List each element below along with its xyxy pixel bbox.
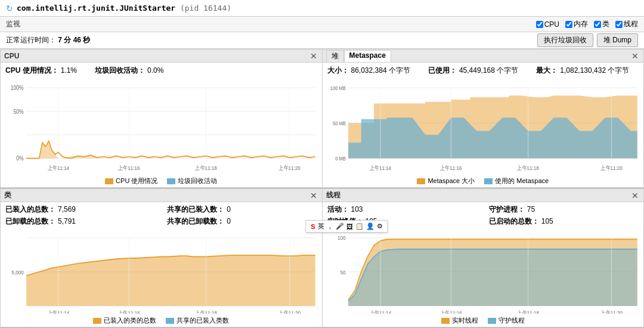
heap-tabs: 堆 Metaspace — [326, 50, 391, 62]
monitor-label: 监视 — [6, 19, 20, 29]
classes-legend-shared: 共享的已装入类数 — [166, 316, 229, 325]
shared-loaded-color — [166, 318, 174, 324]
heap-stats: 大小： 86,032,384 个字节 已使用： 45,449,168 个字节 最… — [323, 63, 644, 79]
title-bar: ↻ com.intellij.rt.junit.JUnitStarter (pi… — [0, 0, 644, 17]
threads-panel-title: 线程 — [326, 190, 340, 200]
loaded-total-stat: 已装入的总数： 7,569 — [5, 204, 155, 215]
daemon-threads-stat: 守护进程： 75 — [489, 204, 639, 215]
ime-tooltip: S 英 ， 🎤 🖼 📋 👤 ⚙ — [305, 220, 388, 233]
shared-unloaded-stat: 共享的已卸载数： 0 — [167, 216, 317, 227]
svg-text:上午11:14: 上午11:14 — [369, 165, 391, 172]
ime-settings[interactable]: ⚙ — [377, 222, 383, 230]
checkbox-threads[interactable]: 线程 — [615, 19, 638, 29]
threads-close-button[interactable]: ✕ — [630, 191, 640, 200]
heap-legend-used: 使用的 Metaspace — [484, 177, 549, 185]
bottom-row: 类 ✕ 已装入的总数： 7,569 共享的已装入数： 0 已卸载的总数： 5,7… — [0, 188, 644, 328]
shared-loaded-stat: 共享的已装入数： 0 — [167, 204, 317, 215]
metaspace-size-color — [417, 178, 425, 184]
svg-marker-52 — [348, 249, 637, 306]
svg-text:50: 50 — [340, 269, 345, 276]
threads-chart: 100 50 上午11:14 上午11:16 上午11:18 上午11:20 — [323, 229, 644, 315]
cpu-panel-title: CPU — [4, 52, 19, 60]
cpu-panel: CPU ✕ CPU 使用情况： 1.1% 垃圾回收活动： 0.0% — [0, 49, 323, 188]
heap-panel-header: 堆 Metaspace ✕ — [323, 49, 644, 63]
refresh-icon[interactable]: ↻ — [6, 4, 13, 13]
uptime-display: 正常运行时间： 7 分 46 秒 — [6, 35, 90, 45]
svg-text:100%: 100% — [11, 84, 24, 91]
checkbox-classes[interactable]: 类 — [594, 19, 609, 29]
live-threads-color — [441, 318, 450, 324]
gc-activity-stat: 垃圾回收活动： 0.0% — [95, 65, 163, 76]
checkbox-memory[interactable]: 内存 — [565, 19, 588, 29]
threads-panel: 线程 ✕ 活动： 103 守护进程： 75 实时峰值： 105 已启动的总数： — [323, 188, 645, 327]
heap-max-stat: 最大： 1,082,130,432 个字节 — [536, 65, 629, 76]
svg-text:上午11:16: 上午11:16 — [440, 165, 462, 172]
cpu-stats: CPU 使用情况： 1.1% 垃圾回收活动： 0.0% — [1, 63, 322, 79]
svg-text:上午11:18: 上午11:18 — [517, 165, 538, 172]
svg-text:上午11:14: 上午11:14 — [48, 310, 70, 314]
cpu-legend: CPU 使用情况 垃圾回收活动 — [1, 175, 322, 187]
svg-text:上午11:16: 上午11:16 — [118, 165, 140, 172]
svg-text:上午11:18: 上午11:18 — [195, 165, 216, 172]
heap-chart-svg: 100 MB 50 MB 0 MB 上午11:14 上午11:16 上午11:1… — [323, 80, 644, 174]
svg-text:0 MB: 0 MB — [335, 156, 346, 162]
action-buttons: 执行垃圾回收 堆 Dump — [537, 33, 638, 47]
svg-text:上午11:16: 上午11:16 — [118, 310, 140, 314]
heap-close-button[interactable]: ✕ — [630, 52, 640, 60]
ime-logo: S — [311, 223, 315, 230]
ime-mic[interactable]: 🎤 — [336, 222, 344, 230]
ime-lang[interactable]: 英 — [318, 222, 324, 231]
ime-user[interactable]: 👤 — [366, 222, 374, 230]
threads-legend-daemon: 守护线程 — [488, 316, 525, 325]
cpu-chart-svg: 100% 50% 0% 上午11:14 上午11:16 上午11:18 上午11… — [1, 80, 322, 174]
process-name: com.intellij.rt.junit.JUnitStarter — [17, 4, 175, 13]
svg-text:上午11:20: 上午11:20 — [600, 165, 622, 172]
process-pid: (pid 16144) — [180, 4, 231, 13]
cpu-close-button[interactable]: ✕ — [309, 52, 318, 60]
classes-chart-svg: 5,000 上午11:14 上午11:16 上午11:18 上午11:20 — [1, 230, 322, 314]
classes-panel: 类 ✕ 已装入的总数： 7,569 共享的已装入数： 0 已卸载的总数： 5,7… — [0, 188, 323, 327]
svg-text:50 MB: 50 MB — [333, 120, 346, 127]
threads-chart-svg: 100 50 上午11:14 上午11:16 上午11:18 上午11:20 — [323, 230, 644, 314]
ime-img[interactable]: 🖼 — [346, 223, 353, 230]
heap-size-stat: 大小： 86,032,384 个字节 — [327, 65, 410, 76]
uptime-bar: 正常运行时间： 7 分 46 秒 执行垃圾回收 堆 Dump — [0, 32, 644, 49]
cpu-panel-header: CPU ✕ — [1, 49, 322, 63]
cpu-legend-usage: CPU 使用情况 — [105, 177, 157, 185]
checkbox-cpu[interactable]: CPU — [536, 20, 559, 29]
heap-legend-size: Metaspace 大小 — [417, 177, 475, 185]
classes-close-button[interactable]: ✕ — [309, 191, 318, 200]
tab-heap[interactable]: 堆 — [326, 50, 344, 62]
cpu-usage-color — [105, 178, 113, 184]
svg-text:上午11:20: 上午11:20 — [278, 310, 301, 314]
threads-legend: 实时线程 守护线程 — [323, 315, 644, 327]
svg-text:0%: 0% — [16, 155, 24, 162]
unloaded-total-stat: 已卸载的总数： 5,791 — [5, 216, 155, 227]
uptime-value: 7 分 46 秒 — [58, 36, 90, 44]
process-title: com.intellij.rt.junit.JUnitStarter (pid … — [17, 4, 231, 13]
svg-text:上午11:20: 上午11:20 — [278, 165, 300, 172]
heap-dump-button[interactable]: 堆 Dump — [597, 33, 638, 47]
daemon-threads-color — [488, 318, 496, 324]
loaded-color — [93, 318, 101, 324]
ime-sep: ， — [327, 222, 333, 231]
ime-clip[interactable]: 📋 — [355, 222, 364, 230]
heap-used-stat: 已使用： 45,449,168 个字节 — [428, 65, 518, 76]
svg-text:上午11:16: 上午11:16 — [440, 310, 462, 314]
threads-panel-header: 线程 ✕ — [323, 189, 644, 202]
heap-chart: 100 MB 50 MB 0 MB 上午11:14 上午11:16 上午11:1… — [323, 79, 644, 175]
gc-activity-color — [167, 178, 175, 184]
svg-text:上午11:18: 上午11:18 — [195, 310, 217, 314]
panels-container: CPU ✕ CPU 使用情况： 1.1% 垃圾回收活动： 0.0% — [0, 49, 644, 328]
uptime-label: 正常运行时间： — [6, 36, 56, 44]
svg-marker-37 — [26, 255, 315, 306]
threads-legend-live: 实时线程 — [441, 316, 478, 325]
cpu-chart: 100% 50% 0% 上午11:14 上午11:16 上午11:18 上午11… — [1, 79, 322, 175]
tab-metaspace[interactable]: Metaspace — [344, 50, 391, 62]
svg-text:上午11:18: 上午11:18 — [517, 310, 539, 314]
top-row: CPU ✕ CPU 使用情况： 1.1% 垃圾回收活动： 0.0% — [0, 49, 644, 188]
classes-panel-title: 类 — [4, 190, 11, 200]
heap-panel: 堆 Metaspace ✕ 大小： 86,032,384 个字节 已使用： 45… — [323, 49, 645, 188]
svg-text:5,000: 5,000 — [12, 269, 24, 276]
gc-button[interactable]: 执行垃圾回收 — [537, 33, 593, 47]
